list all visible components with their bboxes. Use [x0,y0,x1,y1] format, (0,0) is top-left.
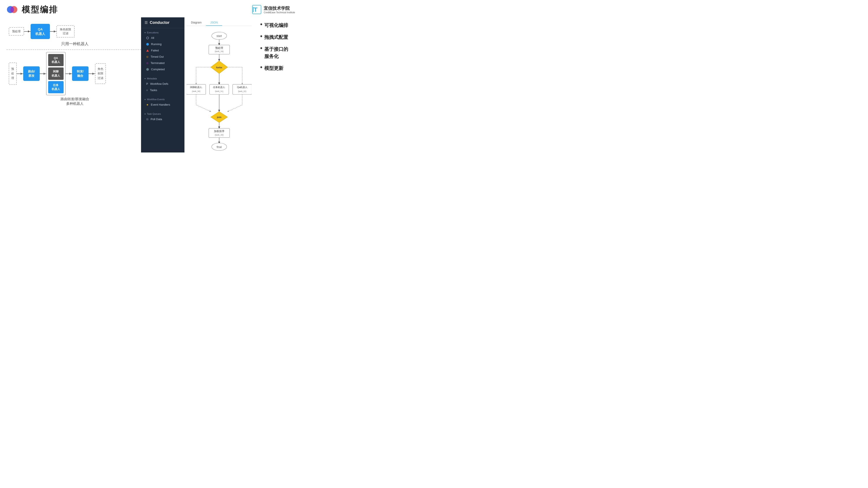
brand-logo: T 宜信技术学院 CreditEase Technical Institute [252,5,295,14]
header-left: 模型编排 [6,4,58,15]
conductor-title: Conductor [150,21,169,25]
circle-gray-icon [146,68,149,71]
p-icon: P [146,83,148,86]
running-item[interactable]: Running [141,41,184,47]
brand-name: 宜信技术学院 [264,5,295,11]
role-filter-box: 角色权限过滤 [56,25,75,37]
conductor-header: ☰ Conductor [141,18,184,28]
arrow2 [50,31,56,32]
tab-json[interactable]: JSON [206,20,222,26]
triangle-icon [146,50,149,52]
bullet-1: 可视化编排 [260,22,293,29]
left-area: 预处理 QA机器人 角色权限过滤 只用一种机器人 预处理 路由/群发 QA机器人… [6,18,141,153]
arrow6 [89,73,95,74]
metadata-section: Metadata P Workflow Defs ≡ Tasks [141,74,184,95]
task-robot-complex: 任务机器人 [48,81,64,93]
svg-rect-9 [209,45,230,54]
tab-diagram[interactable]: Diagram [187,20,206,26]
clock-icon: ⊙ [146,55,148,58]
svg-text:T: T [254,6,257,13]
circle-blue-icon [146,43,149,45]
complex-preprocess: 预处理 [9,62,17,85]
bullet-2: 拖拽式配置 [260,34,293,41]
completed-item[interactable]: Completed [141,66,184,72]
route-box: 路由/群发 [23,66,40,81]
svg-text:final: final [217,145,222,149]
task-queues-title: Task Queues [141,111,184,116]
bullet-dot-2 [260,35,262,37]
svg-text:预处理: 预处理 [215,46,223,49]
svg-rect-37 [209,128,230,137]
workflow-events-section: Workflow Events ★ Event Handlers [141,95,184,109]
main-content: 预处理 QA机器人 角色权限过滤 只用一种机器人 预处理 路由/群发 QA机器人… [0,18,304,153]
svg-text:任务机器人: 任务机器人 [213,86,225,89]
svg-text:(task_29): (task_29) [215,50,223,53]
robot-stack: QA机器人 闲聊机器人 任务机器人 [46,52,65,95]
lines-icon: ≡ [146,89,148,92]
svg-text:(task_33): (task_33) [215,134,223,136]
divider [6,50,141,50]
page-title: 模型编排 [22,4,58,15]
arrow3 [17,73,23,74]
logo-icon [6,4,18,15]
event-handlers-item[interactable]: ★ Event Handlers [141,101,184,108]
poll-data-item[interactable]: ⊟ Poll Data [141,116,184,122]
svg-line-33 [228,105,242,112]
workflow-svg: start 预处理 (task_29) forkx [187,30,252,152]
bullet-4: 模型更新 [260,65,293,72]
bullet-dot-3 [260,47,262,49]
workflow-diagram: start 预处理 (task_29) forkx [187,28,252,153]
timedout-item[interactable]: ⊙ Timed Out [141,54,184,60]
bullet-text-2: 拖拽式配置 [264,34,288,41]
workflow-events-title: Workflow Events [141,97,184,101]
svg-text:join: join [217,116,222,119]
svg-text:forkx: forkx [216,66,222,69]
bullets-area: 可视化编排 拖拽式配置 基于接口的服务化 模型更新 [254,18,297,153]
arrow1 [24,31,31,32]
svg-text:(task_32): (task_32) [238,90,246,92]
conductor-panel: ☰ Conductor Executions All Running Faile… [141,18,184,153]
bullet-dot-1 [260,24,262,25]
metadata-title: Metadata [141,76,184,81]
qa-robot-complex: QA机器人 [48,54,64,66]
svg-text:start: start [217,34,222,37]
tasks-item[interactable]: ≡ Tasks [141,87,184,93]
bullet-text-3: 基于接口的服务化 [264,45,288,60]
star-icon: ★ [146,103,149,106]
brand-sub: CreditEase Technical Institute [264,11,295,14]
svg-text:加权排序: 加权排序 [214,130,224,132]
chat-robot-complex: 闲聊机器人 [48,67,64,79]
bullet-text-1: 可视化编排 [264,22,288,29]
all-item[interactable]: All [141,35,184,41]
simple-flow: 预处理 QA机器人 角色权限过滤 [9,24,141,39]
svg-text:闲聊机器人: 闲聊机器人 [190,86,202,89]
preprocess-label: 预处理 [9,27,24,36]
menu-icon: ☰ [145,21,148,25]
brand-icon: T [252,5,261,14]
arrow5 [65,73,72,74]
arrow4 [40,73,46,74]
executions-title: Executions [141,30,184,35]
workflow-defs-item[interactable]: P Workflow Defs [141,81,184,87]
brand-name-block: 宜信技术学院 CreditEase Technical Institute [264,5,295,14]
svg-line-30 [196,105,211,112]
complex-caption: 路由转发/群发融合 多种机器人 [9,97,141,106]
header: 模型编排 T 宜信技术学院 CreditEase Technical Insti… [0,0,304,18]
bullet-dot-4 [260,66,262,68]
svg-text:(task_30): (task_30) [192,90,200,92]
svg-text:Qa机器人: Qa机器人 [237,86,247,89]
diagram-area: Diagram JSON start 预处理 (task_29) [184,18,254,153]
svg-point-2 [10,6,14,12]
slash-icon: ⊘ [146,62,148,65]
bullet-3: 基于接口的服务化 [260,45,293,60]
task-queues-section: Task Queues ⊟ Poll Data [141,109,184,124]
terminated-item[interactable]: ⊘ Terminated [141,60,184,66]
role-filter-complex: 角色权限过滤 [95,63,106,84]
forward-box: 转发/融合 [72,66,89,81]
complex-flow: 预处理 路由/群发 QA机器人 闲聊机器人 任务机器人 转发/融合 角色权限过滤 [9,52,141,95]
qa-robot-box: QA机器人 [31,24,50,39]
failed-item[interactable]: Failed [141,47,184,54]
diagram-tabs: Diagram JSON [187,18,252,26]
executions-section: Executions All Running Failed ⊙ Timed Ou… [141,28,184,74]
simple-caption: 只用一种机器人 [9,41,141,46]
